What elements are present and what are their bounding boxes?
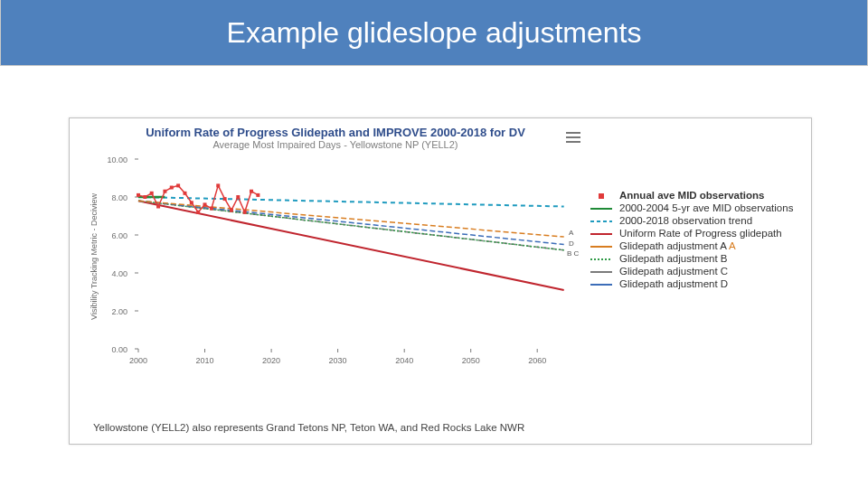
footnote: Yellowstone (YELL2) also represents Gran… [93,422,524,433]
page-title: Example glideslope adjustments [227,16,642,50]
svg-text:8.00: 8.00 [111,193,127,202]
legend-label: 2000-2018 observation trend [619,215,752,227]
legend-item: Annual ave MID observations [589,190,797,202]
svg-text:2010: 2010 [195,356,213,365]
chart-title: Uniform Rate of Progress Glidepath and I… [82,126,589,139]
legend: Annual ave MID observations 2000-2004 5-… [589,189,797,291]
svg-rect-31 [150,192,154,195]
svg-rect-35 [176,183,180,187]
legend-swatch-line-blue [589,279,614,290]
legend-swatch-line-green-dash [589,254,614,265]
annot-bc: B C [567,249,580,258]
legend-suffix-a: A [729,240,736,252]
legend-item: Glidepath adjustment C [589,266,797,277]
svg-rect-34 [170,186,174,190]
legend-swatch-line-grey [589,267,614,277]
svg-text:2040: 2040 [395,356,413,365]
svg-rect-45 [243,211,247,214]
y-axis-label: Visibility Tracking Metric - Deciview [90,193,99,320]
svg-rect-33 [163,190,166,193]
svg-rect-40 [210,207,213,211]
svg-rect-37 [190,201,193,204]
annot-a: A [569,229,574,237]
svg-rect-43 [230,209,233,212]
series-obs-trend [138,197,564,207]
chart-panel: Uniform Rate of Progress Glidepath and I… [69,117,812,445]
svg-text:2050: 2050 [462,356,480,365]
chart-subtitle: Average Most Impaired Days - Yellowstone… [82,139,589,150]
svg-rect-30 [143,195,146,199]
legend-swatch-line-red [589,229,614,239]
hamburger-icon [565,131,581,144]
x-axis: 2000 2010 2020 2030 2040 2050 2060 [129,349,546,365]
legend-item: Glidepath adjustment D [589,278,797,290]
svg-rect-44 [236,195,240,199]
svg-text:2020: 2020 [262,356,280,365]
svg-text:6.00: 6.00 [111,231,127,240]
series-adj-a [138,201,564,237]
svg-rect-32 [156,205,160,209]
svg-text:2030: 2030 [329,356,347,365]
svg-text:2000: 2000 [129,356,147,365]
legend-swatch-line-green [589,203,614,214]
legend-item: Uniform Rate of Progress glidepath [589,228,797,239]
series-urp [138,201,564,290]
svg-rect-38 [196,211,200,214]
svg-rect-36 [183,192,186,195]
legend-item: Glidepath adjustment AA [589,240,797,252]
legend-label: Glidepath adjustment C [619,266,728,277]
svg-rect-46 [250,190,253,193]
chart-svg: 10.00 8.00 6.00 4.00 2.00 0.00 [82,150,589,385]
svg-text:2.00: 2.00 [111,307,127,316]
svg-text:4.00: 4.00 [111,269,127,278]
svg-text:2060: 2060 [528,356,546,365]
legend-swatch-line-orange [589,241,614,252]
legend-item: 2000-2004 5-yr ave MID observations [589,202,797,214]
svg-rect-47 [256,193,259,197]
legend-label: Annual ave MID observations [619,190,764,202]
legend-item: Glidepath adjustment B [589,253,797,265]
annot-d: D [569,239,574,248]
svg-rect-41 [216,183,220,187]
legend-label: 2000-2004 5-yr ave MID observations [619,202,793,214]
svg-text:10.00: 10.00 [107,155,127,164]
svg-rect-39 [203,202,207,206]
title-bar: Example glideslope adjustments [0,0,868,66]
legend-swatch-line-teal-dash [589,216,614,227]
svg-rect-42 [223,197,227,201]
legend-swatch-square-red [589,191,614,202]
svg-text:0.00: 0.00 [111,345,127,354]
legend-label: Glidepath adjustment D [619,278,728,290]
legend-label: Glidepath adjustment A [619,240,727,252]
svg-rect-29 [137,193,140,197]
legend-item: 2000-2018 observation trend [589,215,797,227]
chart-menu-button[interactable] [565,131,581,144]
chart-container: Uniform Rate of Progress Glidepath and I… [82,126,589,397]
y-axis: 10.00 8.00 6.00 4.00 2.00 0.00 [107,155,138,354]
legend-label: Uniform Rate of Progress glidepath [619,228,782,239]
legend-label: Glidepath adjustment B [619,253,728,265]
svg-rect-48 [599,193,604,199]
